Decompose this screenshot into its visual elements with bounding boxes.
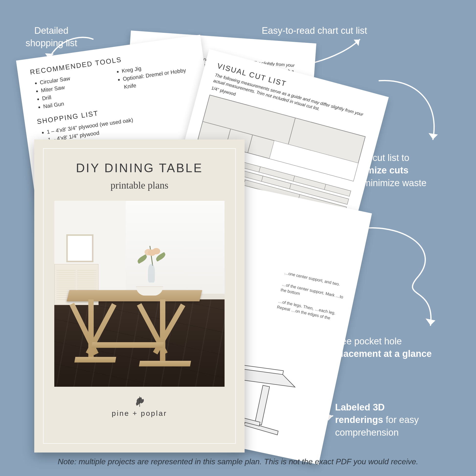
svg-line-9	[283, 371, 284, 374]
svg-marker-2	[428, 133, 438, 139]
cover-title: DIY DINING TABLE	[76, 161, 203, 175]
callout-chartcut: Easy-to-read chart cut list	[262, 24, 367, 37]
cover-subtitle: printable plans	[111, 180, 169, 191]
callout-text-bold: Labeled 3D	[335, 402, 385, 412]
callout-text-bold: renderings	[335, 415, 383, 425]
callout-text: for easy	[383, 415, 419, 425]
arrow-visualcut	[377, 78, 445, 147]
callout-text-bold: placement at a glance	[335, 349, 432, 359]
cover-photo	[54, 201, 224, 387]
callout-render: Labeled 3D renderings for easy comprehen…	[335, 401, 467, 439]
callout-pocket: See pocket hole placement at a glance	[335, 335, 472, 360]
brand: pine + poplar	[112, 396, 167, 418]
cover-frame: DIY DINING TABLE printable plans pine + …	[43, 148, 236, 444]
svg-rect-6	[255, 385, 270, 425]
footnote: Note: multiple projects are represented …	[0, 457, 476, 466]
cover-page: DIY DINING TABLE printable plans pine + …	[34, 139, 245, 453]
svg-marker-1	[354, 40, 359, 46]
brand-name: pine + poplar	[112, 409, 167, 418]
callout-text: comprehension	[335, 427, 399, 438]
svg-marker-3	[425, 319, 435, 325]
render-step-text: …one center support, and two. …of the ce…	[276, 270, 347, 323]
leaf-icon	[135, 396, 144, 407]
